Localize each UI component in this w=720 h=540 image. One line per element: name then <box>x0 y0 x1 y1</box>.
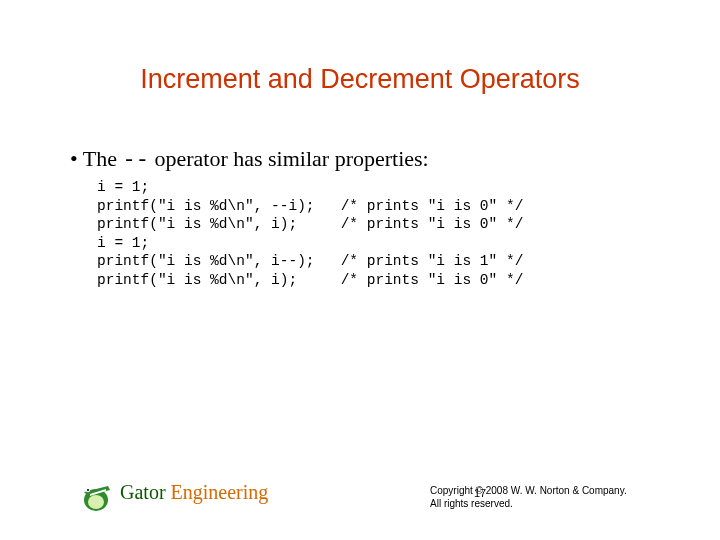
gator-mascot-icon <box>78 472 114 512</box>
bullet-suffix: operator has similar properties: <box>149 146 429 171</box>
code-block: i = 1; printf("i is %d\n", --i); /* prin… <box>97 178 523 289</box>
slide-title: Increment and Decrement Operators <box>0 64 720 95</box>
copyright-line-2: All rights reserved. <box>430 498 690 511</box>
bullet-text: • The -- operator has similar properties… <box>70 146 429 173</box>
copyright-line-1: Copyright © 2008 W. W. Norton & Company. <box>430 485 690 498</box>
brand-word-1: Gator <box>120 481 171 503</box>
brand-word-2: Engineering <box>171 481 269 503</box>
slide: Increment and Decrement Operators • The … <box>0 0 720 540</box>
svg-point-1 <box>88 495 104 509</box>
svg-point-3 <box>87 489 89 491</box>
bullet-prefix: • The <box>70 146 123 171</box>
copyright: Copyright © 2008 W. W. Norton & Company.… <box>430 485 690 510</box>
bullet-operator: -- <box>123 148 149 173</box>
footer-brand: Gator Engineering <box>120 481 268 504</box>
